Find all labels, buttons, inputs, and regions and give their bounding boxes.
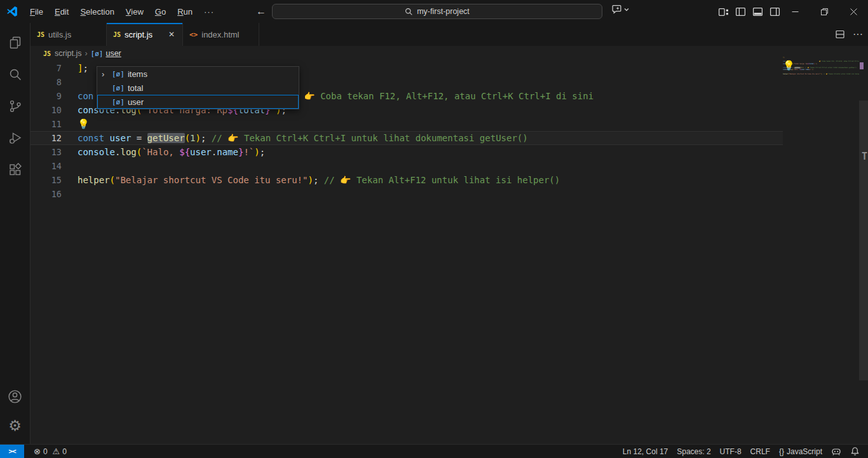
code-editor[interactable]: 7];89con👉 Coba tekan F12, Alt+F12, atau … — [31, 61, 868, 444]
code-text: helper("Belajar shortcut VS Code itu ser… — [78, 173, 560, 187]
html-file-icon: <> — [189, 31, 198, 39]
code-line-14[interactable]: 14 — [31, 159, 783, 173]
tab-index-html[interactable]: <> index.html — [183, 23, 259, 46]
customize-layout-icon[interactable] — [718, 6, 729, 17]
eol-status[interactable]: CRLF — [746, 445, 775, 458]
activity-bar: ⚙ — [0, 23, 31, 444]
toggle-sidebar-right-icon[interactable] — [770, 6, 780, 17]
extensions-icon[interactable] — [0, 155, 31, 184]
error-count: 0 — [43, 447, 48, 456]
menu-file[interactable]: File — [25, 4, 48, 19]
picker-item-user[interactable]: [ø]user — [97, 95, 299, 109]
symbol-variable-icon: [ø] — [91, 50, 104, 58]
back-button[interactable]: ← — [256, 6, 266, 17]
picker-item-total[interactable]: [ø]total — [97, 81, 299, 95]
code-text: 💡 — [78, 117, 90, 131]
menu-go[interactable]: Go — [150, 4, 171, 19]
toggle-panel-icon[interactable] — [752, 6, 763, 17]
split-editor-icon[interactable] — [835, 29, 845, 39]
code-line-16[interactable]: 16 — [31, 187, 783, 201]
chevron-right-icon: › — [102, 69, 112, 79]
error-icon: ⊗ — [34, 447, 41, 456]
source-control-icon[interactable] — [0, 92, 31, 121]
symbol-variable-icon: [ø] — [112, 98, 125, 106]
menu-run[interactable]: Run — [172, 4, 198, 19]
minimize-icon — [792, 8, 799, 15]
picker-item-label: user — [128, 97, 144, 107]
account-icon[interactable] — [0, 382, 31, 411]
picker-item-label: total — [128, 83, 144, 93]
remote-icon: >< — [8, 447, 15, 455]
explorer-icon[interactable] — [0, 28, 31, 57]
line-number: 16 — [31, 187, 62, 201]
menu-edit[interactable]: Edit — [50, 4, 74, 19]
restore-icon — [821, 8, 828, 15]
code-line-13[interactable]: 13console.log(`Halo, ${user.name}!`); — [31, 145, 783, 159]
tab-label: utils.js — [48, 30, 101, 39]
tab-close-icon[interactable]: ✕ — [166, 29, 177, 40]
problems-status[interactable]: ⊗ 0 ⚠ 0 — [29, 445, 71, 458]
breadcrumb-symbol[interactable]: user — [105, 49, 121, 58]
code-text: const user = getUser(1); // 👉 Tekan Ctrl… — [78, 131, 528, 145]
breadcrumb-picker: ›[ø]items[ø]total[ø]user — [97, 66, 299, 109]
menu-overflow-button[interactable]: ··· — [199, 4, 219, 19]
line-number: 10 — [31, 103, 62, 117]
editor-scrollbar[interactable]: T — [859, 61, 868, 444]
search-sidebar-icon[interactable] — [0, 60, 31, 89]
notifications-status[interactable] — [846, 445, 864, 458]
code-line-12[interactable]: 12const user = getUser(1); // 👉 Tekan Ct… — [31, 131, 783, 145]
chevron-down-icon — [623, 6, 630, 13]
breadcrumb-separator: › — [85, 49, 87, 58]
menu-view[interactable]: View — [121, 4, 149, 19]
copilot-status[interactable] — [827, 445, 846, 458]
command-center-text: my-first-project — [417, 7, 470, 16]
line-number: 14 — [31, 159, 62, 173]
warning-count: 0 — [62, 447, 67, 456]
breadcrumb-file[interactable]: script.js — [55, 49, 81, 58]
indentation-status[interactable]: Spaces: 2 — [672, 445, 715, 458]
minimap[interactable]: ];con👉 Coba tekan F12, Alt+F12, atau Ctr… — [783, 57, 859, 101]
line-number: 11 — [31, 117, 62, 131]
more-actions-button[interactable]: ··· — [853, 29, 863, 40]
run-debug-icon[interactable] — [0, 123, 31, 153]
bell-icon — [850, 447, 860, 456]
copilot-icon — [831, 447, 841, 457]
line-number: 13 — [31, 145, 62, 159]
tab-bar: JS utils.js JS script.js ✕ <> index.html… — [31, 23, 868, 46]
breadcrumb: JS script.js › [ø] user — [31, 46, 868, 61]
chat-button[interactable] — [611, 4, 630, 15]
code-line-11[interactable]: 11💡 — [31, 117, 783, 131]
encoding-status[interactable]: UTF-8 — [715, 445, 746, 458]
line-number: 7 — [31, 61, 62, 75]
menu-bar: File Edit Selection View Go Run ··· — [25, 4, 219, 19]
symbol-variable-icon: [ø] — [112, 84, 125, 92]
warning-icon: ⚠ — [53, 447, 60, 456]
command-center-search[interactable]: my-first-project — [272, 4, 602, 19]
status-bar: >< ⊗ 0 ⚠ 0 Ln 12, Col 17 Spaces: 2 UTF-8… — [0, 444, 868, 458]
menu-selection[interactable]: Selection — [75, 4, 119, 19]
overview-ruler-cursor-marker — [860, 62, 864, 69]
language-label: JavaScript — [787, 447, 822, 456]
restore-button[interactable] — [810, 0, 839, 23]
line-number: 15 — [31, 173, 62, 187]
title-bar: File Edit Selection View Go Run ··· ← → … — [0, 0, 868, 23]
picker-item-items[interactable]: ›[ø]items — [97, 67, 299, 81]
tab-label: script.js — [125, 30, 166, 39]
cursor-position-status[interactable]: Ln 12, Col 17 — [618, 445, 672, 458]
symbol-variable-icon: [ø] — [112, 70, 125, 78]
tab-script-js[interactable]: JS script.js ✕ — [107, 23, 183, 46]
code-text: ]; — [78, 61, 88, 75]
scrollbar-slider[interactable] — [859, 101, 868, 380]
toggle-sidebar-left-icon[interactable] — [735, 6, 746, 17]
js-file-icon: JS — [43, 50, 51, 57]
tab-utils-js[interactable]: JS utils.js — [31, 23, 107, 46]
close-window-button[interactable] — [839, 0, 868, 23]
language-status[interactable]: {} JavaScript — [775, 445, 827, 458]
remote-indicator[interactable]: >< — [0, 445, 24, 458]
minimap-content: ];con👉 Coba tekan F12, Alt+F12, atau Ctr… — [783, 57, 859, 77]
code-line-15[interactable]: 15helper("Belajar shortcut VS Code itu s… — [31, 173, 783, 187]
vscode-logo-icon — [6, 5, 18, 18]
minimize-button[interactable] — [780, 0, 810, 23]
settings-gear-icon[interactable]: ⚙ — [0, 411, 31, 440]
chat-sparkle-icon — [611, 4, 622, 15]
